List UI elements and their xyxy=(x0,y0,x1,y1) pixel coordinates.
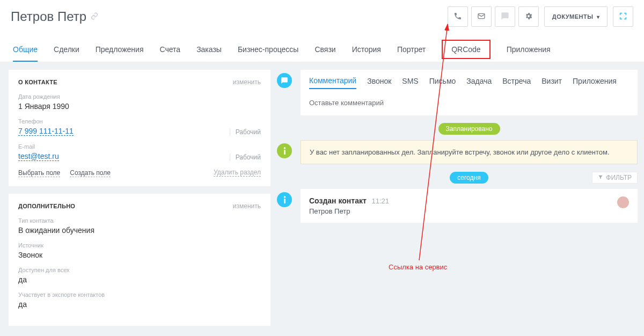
call-button[interactable] xyxy=(448,6,468,27)
tab-general[interactable]: Общие xyxy=(13,38,38,61)
compose-tab-call[interactable]: Звонок xyxy=(367,77,391,89)
event-body: Петров Петр xyxy=(309,207,389,215)
page-title: Петров Петр xyxy=(11,9,86,24)
contact-type-label: Тип контакта xyxy=(18,217,261,224)
documents-label: ДОКУМЕНТЫ xyxy=(552,13,594,20)
svg-rect-4 xyxy=(284,199,286,203)
phone-type: Рабочий xyxy=(230,128,261,136)
choose-field[interactable]: Выбрать поле xyxy=(18,169,60,177)
compose-tab-mail[interactable]: Письмо xyxy=(429,77,456,89)
today-chip: сегодня xyxy=(450,172,488,184)
contact-type-value: В ожидании обучения xyxy=(18,226,261,235)
tab-portrait[interactable]: Портрет xyxy=(397,38,426,61)
about-card: О КОНТАКТЕ изменить Дата рождения 1 Янва… xyxy=(9,70,270,186)
event-title: Создан контакт xyxy=(309,196,367,205)
event-badge-icon xyxy=(277,192,292,207)
chat-button[interactable] xyxy=(495,6,515,27)
tab-offers[interactable]: Предложения xyxy=(96,38,144,61)
tab-bizproc[interactable]: Бизнес-процессы xyxy=(238,38,298,61)
compose-tab-sms[interactable]: SMS xyxy=(402,77,418,89)
compose-input[interactable]: Оставьте комментарий xyxy=(301,93,638,115)
public-value: да xyxy=(18,275,261,284)
fullscreen-icon xyxy=(619,12,627,22)
tab-qrcode[interactable]: QRCode xyxy=(442,40,490,59)
compose-tab-task[interactable]: Задача xyxy=(466,77,492,89)
export-value: да xyxy=(18,300,261,309)
tab-invoices[interactable]: Счета xyxy=(160,38,181,61)
chat-icon xyxy=(501,12,509,22)
create-field[interactable]: Создать поле xyxy=(70,169,111,177)
extra-card: ДОПОЛНИТЕЛЬНО изменить Тип контакта В ож… xyxy=(9,194,270,326)
export-label: Участвует в экспорте контактов xyxy=(18,291,261,298)
public-label: Доступен для всех xyxy=(18,267,261,273)
tab-apps[interactable]: Приложения xyxy=(507,38,551,61)
phone-value[interactable]: 7 999 111-11-11 xyxy=(18,127,74,136)
tab-orders[interactable]: Заказы xyxy=(196,38,222,61)
delete-section[interactable]: Удалить раздел xyxy=(214,169,261,177)
mail-icon xyxy=(477,12,486,22)
svg-rect-2 xyxy=(284,150,286,155)
planned-chip: Запланировано xyxy=(438,123,500,135)
source-label: Источник xyxy=(18,242,261,249)
extra-title: ДОПОЛНИТЕЛЬНО xyxy=(18,203,75,209)
chevron-down-icon: ▾ xyxy=(597,14,600,20)
compose-tab-apps[interactable]: Приложения xyxy=(573,77,617,89)
phone-label: Телефон xyxy=(18,118,261,125)
avatar[interactable] xyxy=(617,196,629,208)
gear-icon xyxy=(524,12,533,22)
main-tabs: Общие Сделки Предложения Счета Заказы Би… xyxy=(0,36,644,62)
birth-value: 1 Января 1990 xyxy=(18,102,261,111)
tab-history[interactable]: История xyxy=(352,38,381,61)
compose-tab-meeting[interactable]: Встреча xyxy=(502,77,531,89)
tab-links[interactable]: Связи xyxy=(314,38,335,61)
source-value: Звонок xyxy=(18,251,261,259)
filter-label: ФИЛЬТР xyxy=(606,174,632,181)
compose-box: Комментарий Звонок SMS Письмо Задача Вст… xyxy=(301,70,638,115)
timeline-event: Создан контакт 11:21 Петров Петр xyxy=(301,189,638,223)
funnel-icon xyxy=(598,174,603,181)
event-time: 11:21 xyxy=(371,197,389,205)
email-value[interactable]: test@test.ru xyxy=(18,152,59,161)
svg-point-3 xyxy=(283,196,286,198)
email-type: Рабочий xyxy=(230,154,261,161)
email-label: E-mail xyxy=(18,143,261,150)
compose-tab-comment[interactable]: Комментарий xyxy=(309,76,356,89)
documents-button[interactable]: ДОКУМЕНТЫ ▾ xyxy=(544,6,608,27)
mail-button[interactable] xyxy=(471,6,492,27)
settings-button[interactable] xyxy=(518,6,539,27)
phone-icon xyxy=(453,12,462,22)
about-title: О КОНТАКТЕ xyxy=(18,79,57,85)
svg-point-1 xyxy=(283,147,286,149)
filter-button[interactable]: ФИЛЬТР xyxy=(592,172,638,184)
about-edit[interactable]: изменить xyxy=(233,78,261,86)
extra-edit[interactable]: изменить xyxy=(233,202,261,210)
compose-tab-visit[interactable]: Визит xyxy=(541,77,562,89)
info-badge-icon xyxy=(277,143,292,158)
link-icon[interactable] xyxy=(91,12,98,21)
tab-deals[interactable]: Сделки xyxy=(54,38,79,61)
birth-label: Дата рождения xyxy=(18,93,261,100)
comment-badge-icon xyxy=(277,73,292,88)
annotation-text: Ссылка на сервис xyxy=(389,263,447,271)
fullscreen-button[interactable] xyxy=(613,6,633,27)
no-plans-info: У вас нет запланированных дел. Запланиру… xyxy=(301,140,638,164)
